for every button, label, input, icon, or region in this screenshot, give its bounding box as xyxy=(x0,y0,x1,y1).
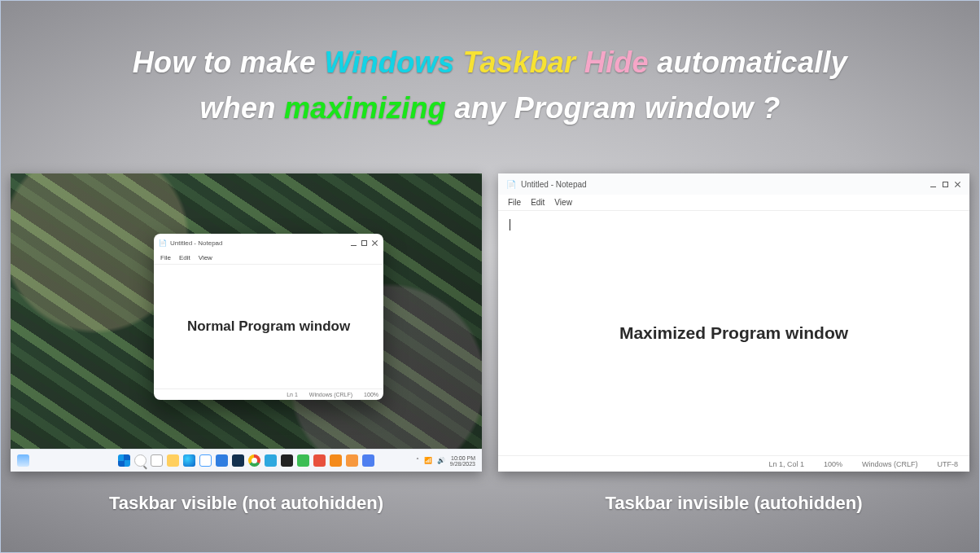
headline-text: when xyxy=(200,91,285,125)
mail-icon[interactable] xyxy=(216,454,228,467)
window-titlebar: 📄 Untitled - Notepad xyxy=(498,173,969,195)
store-icon[interactable] xyxy=(199,454,212,467)
chrome-icon[interactable] xyxy=(248,454,260,467)
restore-icon[interactable] xyxy=(942,181,949,188)
window-title: Untitled - Notepad xyxy=(170,239,222,247)
comparison-row: 📄 Untitled - Notepad File Edit View Norm… xyxy=(11,173,969,514)
screenshot-maximized: 📄 Untitled - Notepad File Edit View Maxi… xyxy=(498,173,969,472)
menu-file[interactable]: File xyxy=(508,198,521,207)
window-body-label: Maximized Program window xyxy=(619,323,848,343)
taskbar-widgets[interactable] xyxy=(17,454,113,467)
menu-edit[interactable]: Edit xyxy=(179,254,190,261)
maximize-icon[interactable] xyxy=(361,239,368,247)
terminal-icon[interactable] xyxy=(281,454,293,467)
minimize-icon[interactable] xyxy=(350,239,357,247)
search-icon[interactable] xyxy=(134,454,147,467)
headline-text: any Program window ? xyxy=(446,91,780,125)
window-menubar: File Edit View xyxy=(498,195,969,211)
vscode-icon[interactable] xyxy=(265,454,277,467)
close-icon[interactable] xyxy=(954,181,961,188)
status-item: 100% xyxy=(824,460,842,468)
taskbar-clock[interactable]: 10:00 PM 9/28/2023 xyxy=(450,455,475,467)
status-item: UTF-8 xyxy=(938,460,959,468)
window-body: Maximized Program window xyxy=(498,211,969,455)
headline-word-maximizing: maximizing xyxy=(284,91,446,125)
window-titlebar: 📄 Untitled - Notepad xyxy=(154,234,383,252)
status-item: Ln 1, Col 1 xyxy=(768,460,804,468)
headline-text: automatically xyxy=(649,46,847,79)
app-icon: 📄 xyxy=(159,239,167,247)
steam-icon[interactable] xyxy=(232,454,244,467)
headline-line-1: How to make Windows Taskbar Hide automat… xyxy=(1,40,979,86)
window-title: Untitled - Notepad xyxy=(521,180,587,189)
start-icon[interactable] xyxy=(118,454,130,467)
app-icon[interactable] xyxy=(297,454,309,467)
caption-maximized: Taskbar invisible (autohidden) xyxy=(605,493,862,514)
caption-normal: Taskbar visible (not autohidden) xyxy=(109,493,383,514)
menu-edit[interactable]: Edit xyxy=(531,198,545,207)
status-item: Windows (CRLF) xyxy=(862,460,918,468)
text-caret xyxy=(510,219,510,230)
headline-word-taskbar: Taskbar xyxy=(463,46,576,79)
window-statusbar: Ln 1 Windows (CRLF) 100% xyxy=(154,388,383,400)
taskbar[interactable]: ˄ 📶 🔊 10:00 PM 9/28/2023 xyxy=(11,449,482,472)
menu-view[interactable]: View xyxy=(199,254,212,261)
file-explorer-icon[interactable] xyxy=(167,454,179,467)
headline-word-hide: Hide xyxy=(584,46,649,79)
volume-icon[interactable]: 🔊 xyxy=(437,458,445,464)
status-item: Windows (CRLF) xyxy=(309,392,352,397)
notepad-window-maximized: 📄 Untitled - Notepad File Edit View Maxi… xyxy=(498,173,969,472)
panel-maximized: 📄 Untitled - Notepad File Edit View Maxi… xyxy=(498,173,969,514)
notepad-window-normal: 📄 Untitled - Notepad File Edit View Norm… xyxy=(154,234,383,400)
taskbar-systray[interactable]: ˄ 📶 🔊 10:00 PM 9/28/2023 xyxy=(379,455,475,467)
screenshot-normal: 📄 Untitled - Notepad File Edit View Norm… xyxy=(11,173,482,472)
headline-word-windows: Windows xyxy=(324,46,454,79)
window-menubar: File Edit View xyxy=(154,252,383,265)
minimize-icon[interactable] xyxy=(930,181,937,188)
app-icon[interactable] xyxy=(346,454,358,467)
chevron-up-icon[interactable]: ˄ xyxy=(416,458,419,464)
headline: How to make Windows Taskbar Hide automat… xyxy=(1,40,979,131)
wifi-icon[interactable]: 📶 xyxy=(424,458,432,464)
panel-normal: 📄 Untitled - Notepad File Edit View Norm… xyxy=(11,173,482,514)
menu-view[interactable]: View xyxy=(554,198,572,207)
menu-file[interactable]: File xyxy=(160,254,171,261)
app-icon[interactable] xyxy=(362,454,374,467)
status-item: 100% xyxy=(364,392,378,397)
music-icon[interactable] xyxy=(313,454,326,467)
edge-icon[interactable] xyxy=(183,454,195,467)
headline-line-2: when maximizing any Program window ? xyxy=(1,86,979,131)
window-body-label: Normal Program window xyxy=(154,265,383,388)
close-icon[interactable] xyxy=(371,239,378,247)
window-statusbar: Ln 1, Col 1 100% Windows (CRLF) UTF-8 xyxy=(498,455,969,472)
widgets-icon[interactable] xyxy=(17,454,29,467)
app-icon: 📄 xyxy=(506,180,516,189)
taskview-icon[interactable] xyxy=(151,454,163,467)
taskbar-center xyxy=(118,454,374,467)
status-item: Ln 1 xyxy=(287,392,298,397)
vlc-icon[interactable] xyxy=(330,454,342,467)
headline-text: How to make xyxy=(133,46,325,79)
